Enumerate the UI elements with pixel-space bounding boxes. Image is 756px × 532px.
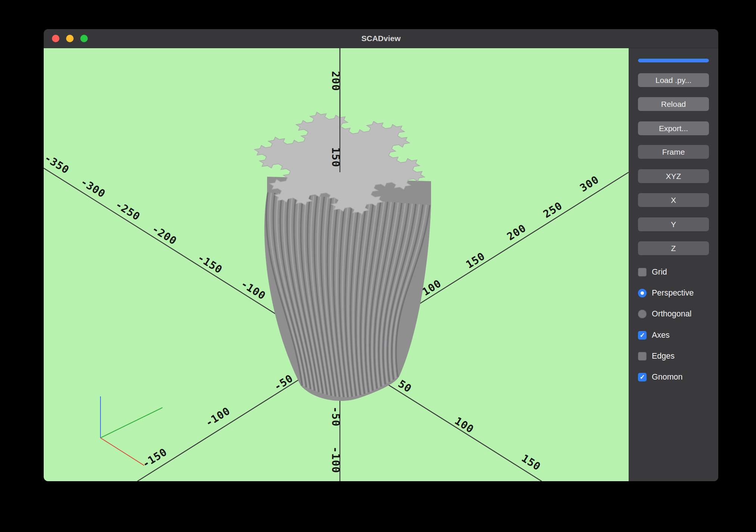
window-titlebar[interactable]: SCADview [44,29,718,48]
axis-tick-label: -50 [329,406,342,427]
checkbox-icon [638,373,647,381]
load-py-button[interactable]: Load .py... [638,73,709,87]
toggle-label: Edges [652,352,675,361]
progress-fill [638,59,709,62]
reload-button[interactable]: Reload [638,97,709,111]
axis-tick-label: -100 [203,405,232,429]
radio-icon [638,289,647,297]
axis-tick-label: 300 [578,173,601,194]
edges-checkbox[interactable]: Edges [638,351,675,361]
axis-tick-label: 250 [541,200,565,220]
z-axis-front-label: 150 [329,147,342,167]
grid-checkbox[interactable]: Grid [638,267,667,277]
checkbox-icon [638,268,647,276]
axis-tick-label: 50 [396,377,414,395]
gnomon-x-axis [100,438,144,466]
close-button[interactable] [52,35,59,42]
window-title: SCADview [44,34,718,43]
z-button[interactable]: Z [638,241,709,255]
checkbox-icon [638,352,647,361]
frame-button[interactable]: Frame [638,145,709,159]
axis-tick-label: 200 [505,222,529,243]
gnomon-checkbox[interactable]: Gnomon [638,372,682,382]
orthogonal-radio[interactable]: Orthogonal [638,309,691,319]
radio-icon [638,310,647,318]
sidebar: Load .py... Reload Export... Frame XYZ X… [629,48,718,481]
progress-bar [638,59,709,62]
gnomon-y-axis [100,408,162,438]
toggle-label: Perspective [652,288,694,298]
toggle-label: Orthogonal [652,309,691,319]
axis-tick-label: -300 [78,176,108,200]
axis-tick-label: -100 [239,278,268,302]
axis-tick-label: 150 [464,250,487,271]
axis-tick-label: -350 [44,152,71,176]
perspective-radio[interactable]: Perspective [638,288,694,298]
checkbox-icon [638,331,647,340]
scadview-window: SCADview -350 -30 [44,29,718,481]
xyz-button[interactable]: XYZ [638,169,709,183]
axis-tick-label: 150 [329,147,342,167]
traffic-lights [52,35,88,42]
axis-tick-label: -100 [329,446,342,473]
toggle-label: Axes [652,331,670,340]
export-button[interactable]: Export... [638,121,709,135]
x-button[interactable]: X [638,193,709,207]
minimize-button[interactable] [66,35,74,42]
y-button[interactable]: Y [638,217,709,231]
zoom-button[interactable] [80,35,88,42]
model [254,112,431,401]
viewport-3d[interactable]: -350 -300 -250 -200 -150 -100 50 100 150… [44,48,629,481]
axis-tick-label: -50 [272,372,295,393]
toggle-label: Gnomon [652,372,682,382]
axes-checkbox[interactable]: Axes [638,330,670,340]
toggle-label: Grid [652,267,667,277]
window-content: -350 -300 -250 -200 -150 -100 50 100 150… [44,48,718,481]
axis-tick-label: -250 [113,198,142,223]
scene-svg: -350 -300 -250 -200 -150 -100 50 100 150… [44,48,629,481]
axis-tick-label: -150 [140,446,169,470]
